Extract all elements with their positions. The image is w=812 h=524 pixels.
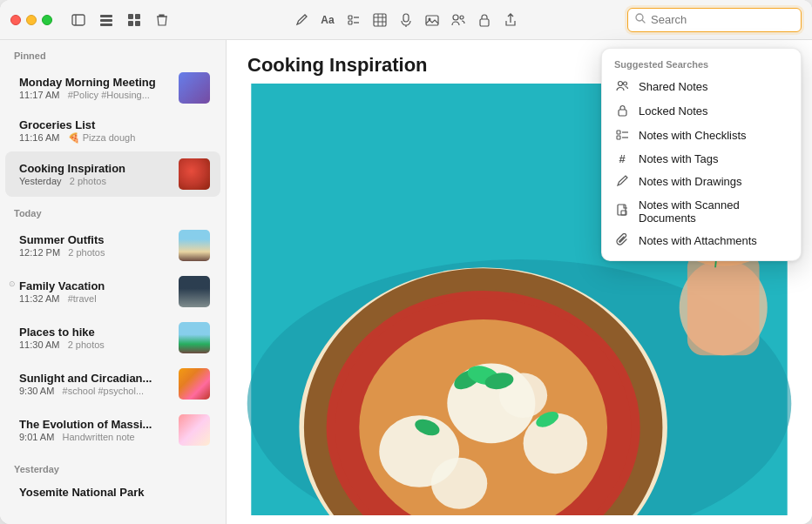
note-item-places-to-hike[interactable]: Places to hike 11:30 AM 2 photos xyxy=(5,315,220,360)
delete-icon[interactable] xyxy=(150,8,174,32)
dropdown-notes-attachments[interactable]: Notes with Attachments xyxy=(602,229,801,253)
note-item-text: The Evolution of Massi... 9:01 AM Handwr… xyxy=(19,418,172,442)
note-item-groceries-list[interactable]: Groceries List 11:16 AM 🍕 Pizza dough xyxy=(5,111,220,151)
table-icon[interactable] xyxy=(368,8,392,32)
svg-rect-2 xyxy=(100,15,112,17)
note-title: Family Vacation xyxy=(19,279,172,292)
shared-notes-icon xyxy=(614,79,630,95)
svg-rect-33 xyxy=(617,136,620,139)
note-item-text: Cooking Inspiration Yesterday 2 photos xyxy=(19,162,172,186)
note-title: Yosemite National Park xyxy=(19,486,210,499)
titlebar-left-icons xyxy=(66,8,174,32)
note-item-text: Groceries List 11:16 AM 🍕 Pizza dough xyxy=(19,118,210,144)
list-view-icon[interactable] xyxy=(94,8,118,32)
collaborate-icon[interactable] xyxy=(446,8,470,32)
note-title: The Evolution of Massi... xyxy=(19,418,172,431)
sidebar: Pinned Monday Morning Meeting 11:17 AM #… xyxy=(0,40,227,524)
notes-tags-label: Notes with Tags xyxy=(639,152,719,165)
search-dropdown: Suggested Searches Shared Notes xyxy=(601,48,802,261)
svg-rect-8 xyxy=(135,21,140,26)
dropdown-notes-checklists[interactable]: Notes with Checklists xyxy=(602,124,801,148)
svg-rect-55 xyxy=(687,252,760,355)
svg-point-26 xyxy=(636,14,643,21)
dropdown-notes-drawings[interactable]: Notes with Drawings xyxy=(602,170,801,194)
format-text-icon[interactable]: Aa xyxy=(315,8,340,32)
note-title: Cooking Inspiration xyxy=(19,162,172,175)
pinned-section-label: Pinned xyxy=(0,40,226,64)
today-section-label: Today xyxy=(0,198,226,222)
lock-icon[interactable] xyxy=(472,8,497,32)
svg-point-47 xyxy=(431,458,487,509)
note-item-evolution-massi[interactable]: The Evolution of Massi... 9:01 AM Handwr… xyxy=(5,407,220,453)
traffic-lights xyxy=(10,15,52,25)
minimize-button[interactable] xyxy=(26,15,37,25)
svg-rect-30 xyxy=(619,110,626,116)
note-item-text: Places to hike 11:30 AM 2 photos xyxy=(19,326,172,350)
note-item-monday-morning-meeting[interactable]: Monday Morning Meeting 11:17 AM #Policy … xyxy=(5,65,220,111)
svg-point-29 xyxy=(623,82,626,85)
titlebar-center-icons: Aa xyxy=(289,8,523,32)
svg-rect-31 xyxy=(617,131,620,134)
note-item-yosemite[interactable]: Yosemite National Park xyxy=(5,479,220,506)
notes-checklists-label: Notes with Checklists xyxy=(639,129,747,142)
note-meta: 9:30 AM #school #psychol... xyxy=(19,386,172,396)
note-meta: Yesterday 2 photos xyxy=(19,176,172,186)
svg-rect-0 xyxy=(72,15,85,25)
pin-indicator: ⊙ xyxy=(9,279,16,288)
sidebar-toggle-icon[interactable] xyxy=(66,8,91,32)
scanned-documents-icon xyxy=(614,204,630,219)
share-icon[interactable] xyxy=(498,8,523,32)
svg-rect-5 xyxy=(128,14,133,19)
search-container: Suggested Searches Shared Notes xyxy=(627,8,802,32)
svg-rect-19 xyxy=(403,14,409,22)
compose-icon[interactable] xyxy=(289,8,314,32)
dropdown-shared-notes[interactable]: Shared Notes xyxy=(602,75,801,99)
note-thumbnail xyxy=(179,368,210,400)
note-item-family-vacation[interactable]: ⊙ Family Vacation 11:32 AM #travel xyxy=(5,269,220,314)
svg-point-28 xyxy=(618,81,622,85)
close-button[interactable] xyxy=(10,15,21,25)
dropdown-notes-tags[interactable]: # Notes with Tags xyxy=(602,148,801,170)
svg-rect-14 xyxy=(374,14,386,26)
note-thumbnail xyxy=(179,276,210,307)
svg-rect-4 xyxy=(100,24,112,26)
note-thumbnail xyxy=(179,414,210,446)
note-thumbnail xyxy=(179,158,210,190)
dropdown-notes-scanned-documents[interactable]: Notes with Scanned Documents xyxy=(602,194,801,229)
svg-line-27 xyxy=(643,21,646,24)
svg-rect-10 xyxy=(348,16,352,19)
svg-rect-12 xyxy=(348,21,352,24)
svg-rect-25 xyxy=(480,19,489,26)
search-input[interactable] xyxy=(651,13,794,26)
drawings-icon xyxy=(614,174,630,190)
search-box xyxy=(627,8,802,32)
note-title: Monday Morning Meeting xyxy=(19,76,172,89)
note-item-text: Sunlight and Circadian... 9:30 AM #schoo… xyxy=(19,372,172,396)
svg-rect-7 xyxy=(128,21,133,26)
tags-icon: # xyxy=(614,152,630,165)
shared-notes-label: Shared Notes xyxy=(639,80,708,93)
search-icon xyxy=(635,13,646,26)
audio-icon[interactable] xyxy=(394,8,418,32)
checklist-icon[interactable] xyxy=(342,8,366,32)
locked-notes-label: Locked Notes xyxy=(639,104,708,118)
note-thumbnail xyxy=(179,322,210,353)
note-title: Sunlight and Circadian... xyxy=(19,372,172,385)
note-item-cooking-inspiration[interactable]: Cooking Inspiration Yesterday 2 photos xyxy=(5,151,220,197)
note-item-summer-outfits[interactable]: Summer Outfits 12:12 PM 2 photos xyxy=(5,223,220,268)
note-thumbnail xyxy=(179,230,210,261)
grid-view-icon[interactable] xyxy=(122,8,146,32)
svg-point-24 xyxy=(460,16,464,19)
note-item-text: Monday Morning Meeting 11:17 AM #Policy … xyxy=(19,76,172,100)
note-item-sunlight-circadian[interactable]: Sunlight and Circadian... 9:30 AM #schoo… xyxy=(5,361,220,406)
notes-scanned-documents-label: Notes with Scanned Documents xyxy=(639,198,788,225)
note-meta: 12:12 PM 2 photos xyxy=(19,247,172,258)
attachments-icon xyxy=(614,233,630,249)
note-meta: 9:01 AM Handwritten note xyxy=(19,432,172,442)
media-icon[interactable] xyxy=(420,8,444,32)
note-item-text: Family Vacation 11:32 AM #travel xyxy=(19,279,172,304)
svg-point-46 xyxy=(524,413,587,474)
dropdown-locked-notes[interactable]: Locked Notes xyxy=(602,99,801,124)
maximize-button[interactable] xyxy=(42,15,52,25)
svg-point-23 xyxy=(453,15,458,20)
